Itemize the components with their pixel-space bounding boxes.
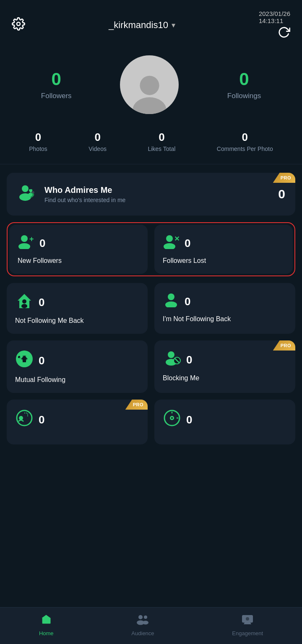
blocking-me-card[interactable]: PRO 0 Blocking Me <box>154 340 295 393</box>
stats-row: 0 Photos 0 Videos 0 Likes Total 0 Commen… <box>0 127 302 164</box>
nav-engagement[interactable]: Engagement <box>232 613 263 636</box>
pro-badge: PRO <box>273 173 295 183</box>
svg-point-8 <box>166 235 173 242</box>
followers-lost-icon: ✕ <box>163 234 180 253</box>
followings-count: 0 <box>239 69 249 89</box>
header: _kirkmandis10 ▾ 2023/01/26 14:13:11 <box>0 0 302 47</box>
photos-stat[interactable]: 0 Photos <box>29 131 47 152</box>
audience-nav-label: Audience <box>131 630 154 636</box>
followers-label: Followers <box>41 92 72 100</box>
new-followers-label: New Followers <box>18 257 139 265</box>
svg-point-12 <box>22 299 26 304</box>
cards-grid-row2: 0 Not Following Me Back 0 I'm Not Follow… <box>7 283 295 334</box>
home-icon <box>40 613 52 628</box>
im-not-following-back-card[interactable]: 0 I'm Not Following Back <box>154 283 295 334</box>
who-admires-count: 0 <box>278 187 285 201</box>
nav-home[interactable]: Home <box>39 613 54 636</box>
im-not-following-back-label: I'm Not Following Back <box>163 315 287 323</box>
not-following-back-label: Not Following Me Back <box>15 317 139 325</box>
followers-lost-label: Followers Lost <box>163 257 284 265</box>
svg-point-6 <box>18 243 30 249</box>
bottom-nav: Home Audience Engagement <box>0 607 302 644</box>
dropdown-arrow-icon: ▾ <box>172 21 175 30</box>
mutual-following-label: Mutual Following <box>15 376 139 384</box>
settings-icon[interactable] <box>12 17 25 34</box>
im-not-following-icon <box>163 292 180 311</box>
pro-badge-blocking: PRO <box>273 340 295 351</box>
blocking-me-label: Blocking Me <box>163 374 287 382</box>
comments-stat[interactable]: 0 Comments Per Photo <box>217 131 273 152</box>
svg-point-25 <box>171 417 173 419</box>
svg-point-17 <box>168 351 174 358</box>
cards-grid-row4: PRO 0 <box>7 400 295 444</box>
engagement-icon <box>241 613 254 628</box>
svg-point-15 <box>165 301 177 307</box>
date-time-display: 2023/01/26 14:13:11 <box>259 10 290 24</box>
username-text: _kirkmandis10 <box>109 20 168 31</box>
svg-point-26 <box>138 615 143 619</box>
svg-text:✕: ✕ <box>174 235 180 242</box>
who-admires-title: Who Admires Me <box>44 185 125 195</box>
mutual-following-icon <box>15 350 34 372</box>
username-display[interactable]: _kirkmandis10 ▾ <box>109 20 175 31</box>
engagement-nav-label: Engagement <box>232 630 263 636</box>
cards-area: Who Admires Me Find out who's interested… <box>0 164 302 453</box>
who-admires-subtitle: Find out who's interested in me <box>44 197 125 203</box>
profile-section: 0 Followers 0 Followings <box>0 47 302 127</box>
highlighted-cards-wrapper: + 0 New Followers ✕ <box>7 222 295 276</box>
card-8[interactable]: 0 <box>154 400 295 444</box>
nav-audience[interactable]: Audience <box>131 613 154 636</box>
svg-point-3 <box>22 185 29 192</box>
videos-stat[interactable]: 0 Videos <box>89 131 107 152</box>
likes-stat[interactable]: 0 Likes Total <box>148 131 175 152</box>
card7-icon <box>15 409 34 431</box>
blocking-me-icon <box>163 350 181 370</box>
mutual-following-card[interactable]: 0 Mutual Following <box>7 340 148 393</box>
refresh-icon[interactable] <box>278 26 290 40</box>
svg-point-14 <box>168 293 174 300</box>
main-content: _kirkmandis10 ▾ 2023/01/26 14:13:11 0 Fo… <box>0 0 302 491</box>
svg-point-0 <box>17 22 20 26</box>
cards-grid-row3: 0 Mutual Following PRO 0 <box>7 340 295 393</box>
new-followers-card[interactable]: + 0 New Followers <box>9 225 148 274</box>
audience-icon <box>136 613 149 628</box>
card-7[interactable]: PRO 0 <box>7 400 148 444</box>
svg-point-22 <box>19 416 23 420</box>
svg-point-28 <box>144 615 147 619</box>
svg-text:+: + <box>29 235 34 243</box>
svg-point-31 <box>246 617 249 621</box>
followings-label: Followings <box>227 92 261 100</box>
svg-point-29 <box>143 621 148 625</box>
not-following-back-icon <box>15 292 34 313</box>
svg-point-5 <box>21 235 28 242</box>
avatar[interactable] <box>120 55 179 114</box>
svg-point-2 <box>133 97 166 114</box>
followers-count: 0 <box>52 69 61 89</box>
followers-stat[interactable]: 0 Followers <box>41 69 72 100</box>
admires-icon <box>17 182 37 206</box>
svg-point-9 <box>164 243 175 249</box>
followers-lost-card[interactable]: ✕ 0 Followers Lost <box>154 225 293 274</box>
header-right: 2023/01/26 14:13:11 <box>259 10 290 40</box>
who-admires-card[interactable]: Who Admires Me Find out who's interested… <box>7 173 295 216</box>
home-nav-label: Home <box>39 630 54 636</box>
card8-icon <box>163 409 181 431</box>
pro-badge-card7: PRO <box>125 400 148 410</box>
svg-point-1 <box>140 76 159 95</box>
new-followers-icon: + <box>18 234 34 253</box>
svg-point-13 <box>21 304 27 308</box>
not-following-me-back-card[interactable]: 0 Not Following Me Back <box>7 283 148 334</box>
followings-stat[interactable]: 0 Followings <box>227 69 261 100</box>
